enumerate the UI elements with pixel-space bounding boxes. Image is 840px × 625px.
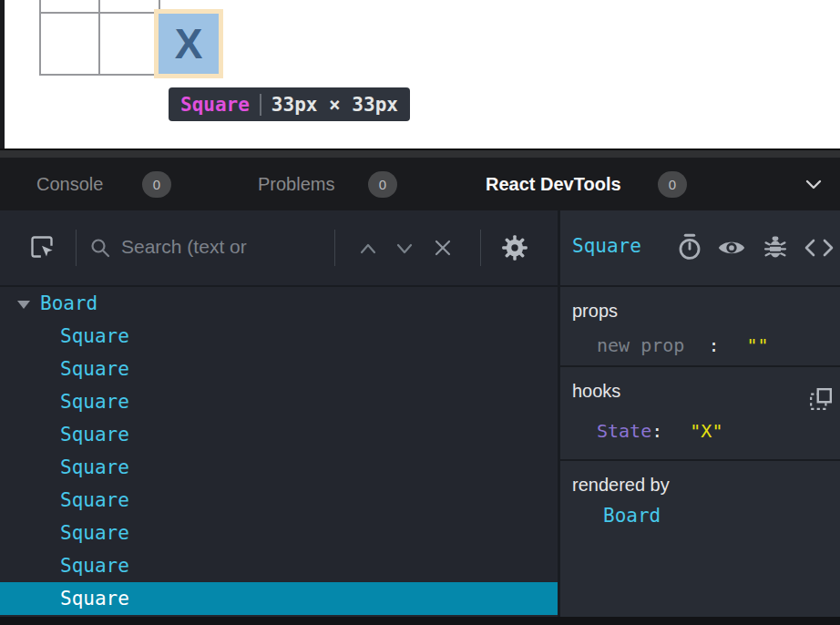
gear-icon[interactable] bbox=[501, 234, 528, 261]
tree-item-square[interactable]: Square bbox=[0, 582, 558, 615]
new-prop-row[interactable]: new prop : "" bbox=[597, 334, 769, 356]
rendered-by-owner[interactable]: Board bbox=[603, 505, 661, 527]
component-name: Square bbox=[60, 325, 129, 347]
component-name: Square bbox=[60, 588, 129, 610]
eye-icon[interactable] bbox=[716, 237, 747, 259]
parse-hook-names-icon[interactable] bbox=[809, 387, 833, 411]
toolbar-divider bbox=[334, 230, 335, 266]
inspect-element-icon[interactable] bbox=[29, 233, 55, 261]
board-grid-line bbox=[39, 74, 220, 76]
tab-console[interactable]: Console bbox=[36, 158, 103, 210]
tree-item-square[interactable]: Square bbox=[0, 418, 558, 451]
inspector-panel: props new prop : "" hooks State: "X" ren… bbox=[560, 287, 840, 617]
component-name: Square bbox=[60, 391, 129, 413]
page-left-edge bbox=[0, 0, 5, 149]
devtools-tab-bar: Console Problems React DevTools bbox=[0, 158, 840, 210]
hooks-section: hooks State: "X" bbox=[560, 367, 840, 461]
element-size-tooltip: Square 33px × 33px bbox=[169, 87, 410, 121]
square-value: X bbox=[175, 19, 203, 68]
search-input[interactable]: Search (text or bbox=[121, 236, 247, 258]
rendered-by-section: rendered by Board bbox=[560, 461, 840, 615]
selected-component-name: Square bbox=[572, 235, 641, 257]
hook-name: State bbox=[597, 420, 651, 442]
chevron-down-icon[interactable] bbox=[394, 241, 415, 256]
collapse-caret-icon[interactable] bbox=[17, 301, 30, 309]
hook-value[interactable]: "X" bbox=[690, 420, 722, 442]
component-name: Square bbox=[60, 489, 129, 511]
react-devtools-badge: 0 bbox=[658, 171, 687, 198]
tooltip-component-name: Square bbox=[180, 94, 250, 116]
component-name: Square bbox=[60, 456, 129, 478]
collapse-chevron-icon[interactable] bbox=[802, 177, 825, 193]
bug-icon[interactable] bbox=[763, 233, 788, 261]
state-hook-row[interactable]: State: "X" bbox=[597, 420, 722, 442]
component-tree: Board SquareSquareSquareSquareSquareSqua… bbox=[0, 287, 558, 617]
search-icon bbox=[89, 237, 111, 259]
new-prop-input[interactable]: new prop bbox=[597, 334, 684, 356]
tab-react-devtools[interactable]: React DevTools bbox=[486, 158, 621, 210]
view-source-icon[interactable] bbox=[804, 238, 835, 258]
chevron-up-icon[interactable] bbox=[357, 241, 379, 256]
rendered-by-title: rendered by bbox=[572, 475, 670, 496]
selected-component-header: Square bbox=[560, 210, 840, 287]
component-name: Square bbox=[60, 424, 129, 446]
tree-item-square[interactable]: Square bbox=[0, 549, 558, 582]
toolbar-divider bbox=[76, 230, 77, 266]
component-tree-children: SquareSquareSquareSquareSquareSquareSqua… bbox=[0, 320, 558, 615]
bottom-edge bbox=[0, 617, 840, 625]
tree-item-square[interactable]: Square bbox=[0, 451, 558, 484]
tree-item-square[interactable]: Square bbox=[0, 385, 558, 418]
problems-badge: 0 bbox=[368, 171, 397, 198]
devtools-drag-handle[interactable] bbox=[0, 150, 840, 158]
component-name: Board bbox=[40, 292, 97, 314]
screen: X Square 33px × 33px Console Problems Re… bbox=[0, 0, 840, 625]
clear-search-icon[interactable] bbox=[432, 237, 454, 259]
toolbar-divider bbox=[480, 230, 481, 266]
stopwatch-icon[interactable] bbox=[677, 232, 702, 261]
tooltip-dimensions: 33px × 33px bbox=[271, 94, 398, 116]
component-name: Square bbox=[60, 358, 129, 380]
hooks-title: hooks bbox=[572, 381, 620, 402]
props-title: props bbox=[572, 301, 618, 322]
component-name: Square bbox=[60, 522, 129, 544]
props-section: props new prop : "" bbox=[560, 287, 840, 367]
highlighted-square-cell[interactable]: X bbox=[159, 14, 219, 74]
tab-problems[interactable]: Problems bbox=[258, 158, 334, 210]
tree-item-square[interactable]: Square bbox=[0, 517, 558, 549]
tree-item-square[interactable]: Square bbox=[0, 320, 558, 353]
react-devtools-toolbar: Search (text or bbox=[0, 210, 558, 287]
tooltip-divider bbox=[260, 94, 261, 116]
tree-item-board[interactable]: Board bbox=[0, 287, 558, 320]
console-badge: 0 bbox=[142, 171, 171, 198]
tree-item-square[interactable]: Square bbox=[0, 353, 558, 385]
inspected-page: X bbox=[0, 0, 840, 149]
component-name: Square bbox=[60, 555, 129, 577]
new-prop-value[interactable]: "" bbox=[746, 334, 768, 356]
tree-item-square[interactable]: Square bbox=[0, 484, 558, 517]
